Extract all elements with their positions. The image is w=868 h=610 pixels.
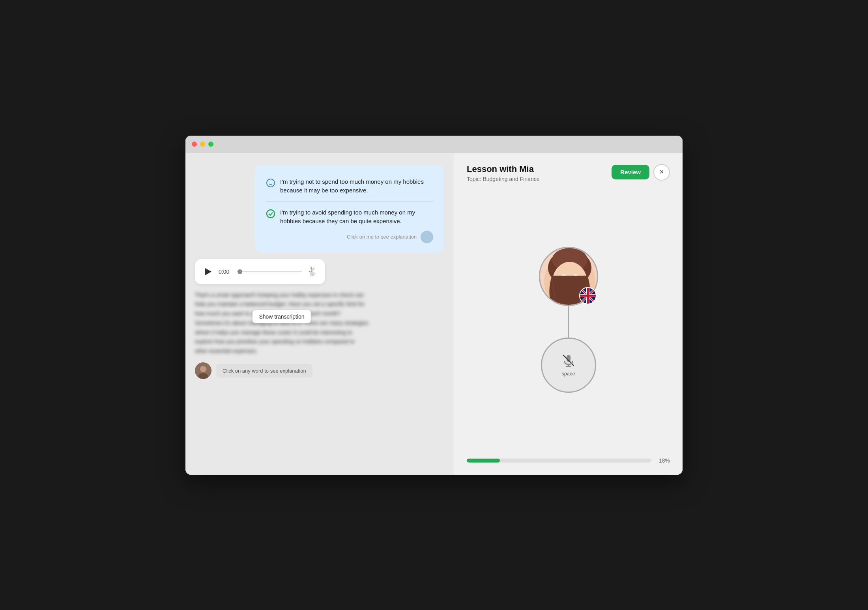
audio-progress-thumb	[238, 269, 242, 274]
progress-bar-track	[467, 459, 651, 463]
svg-point-3	[267, 210, 275, 218]
lesson-title: Lesson with Mia	[467, 164, 539, 174]
mic-off-icon	[561, 353, 576, 367]
connector-line	[568, 306, 569, 338]
titlebar	[185, 136, 683, 153]
user-avatar	[195, 362, 211, 379]
smiley-icon	[266, 178, 275, 188]
ai-message: That's a smart approach! Keeping your ho…	[195, 291, 369, 356]
lesson-subtitle: Topic: Budgeting and Finance	[467, 176, 539, 182]
audio-controls: 0:00 🐇	[203, 266, 317, 277]
play-icon	[205, 268, 211, 275]
app-window: I'm trying not to spend too much money o…	[185, 136, 683, 475]
rabbit-icon[interactable]: 🐇	[307, 267, 317, 277]
explanation-label[interactable]: Click on me to see explanation	[347, 234, 417, 240]
audio-player: 0:00 🐇	[195, 259, 325, 284]
svg-point-0	[267, 179, 275, 187]
close-traffic-light[interactable]	[192, 142, 197, 147]
audio-progress-track[interactable]	[238, 271, 302, 272]
lesson-panel: Lesson with Mia Topic: Budgeting and Fin…	[454, 153, 683, 475]
svg-point-5	[200, 366, 206, 372]
audio-time: 0:00	[219, 269, 233, 275]
maximize-traffic-light[interactable]	[208, 142, 213, 147]
mic-circle[interactable]: space	[541, 338, 596, 393]
choice-text-1: I'm trying not to spend too much money o…	[280, 177, 433, 195]
uk-flag-badge	[579, 287, 597, 304]
check-circle-icon	[266, 209, 275, 218]
progress-section: 18%	[467, 457, 670, 464]
word-explanation-bar[interactable]: Click on any word to see explanation	[216, 364, 312, 378]
explanation-avatar	[421, 231, 433, 243]
bottom-row: Click on any word to see explanation	[195, 362, 444, 379]
minimize-traffic-light[interactable]	[200, 142, 205, 147]
main-content: I'm trying not to spend too much money o…	[185, 153, 683, 475]
play-button[interactable]	[203, 266, 214, 277]
mia-avatar-container	[539, 247, 598, 306]
show-transcription-tooltip[interactable]: Show transcription	[252, 310, 311, 323]
progress-bar-fill	[467, 459, 500, 463]
avatar-diagram: space	[467, 195, 670, 445]
lesson-buttons: Review ×	[612, 164, 670, 181]
choice-option-2[interactable]: I'm trying to avoid spending too much mo…	[266, 205, 433, 229]
chat-panel: I'm trying not to spend too much money o…	[185, 153, 454, 475]
choice-bubble: I'm trying not to spend too much money o…	[255, 165, 444, 253]
explanation-row: Click on me to see explanation	[266, 231, 433, 243]
ai-bubble: That's a smart approach! Keeping your ho…	[195, 291, 369, 356]
close-icon: ×	[660, 168, 664, 176]
space-label: space	[561, 371, 575, 377]
choice-text-2: I'm trying to avoid spending too much mo…	[280, 208, 433, 226]
choice-option-1[interactable]: I'm trying not to spend too much money o…	[266, 174, 433, 198]
lesson-info: Lesson with Mia Topic: Budgeting and Fin…	[467, 164, 539, 182]
svg-rect-27	[580, 295, 596, 297]
lesson-header: Lesson with Mia Topic: Budgeting and Fin…	[467, 164, 670, 182]
close-button[interactable]: ×	[653, 164, 670, 181]
progress-percent: 18%	[656, 457, 670, 464]
review-button[interactable]: Review	[612, 165, 649, 179]
